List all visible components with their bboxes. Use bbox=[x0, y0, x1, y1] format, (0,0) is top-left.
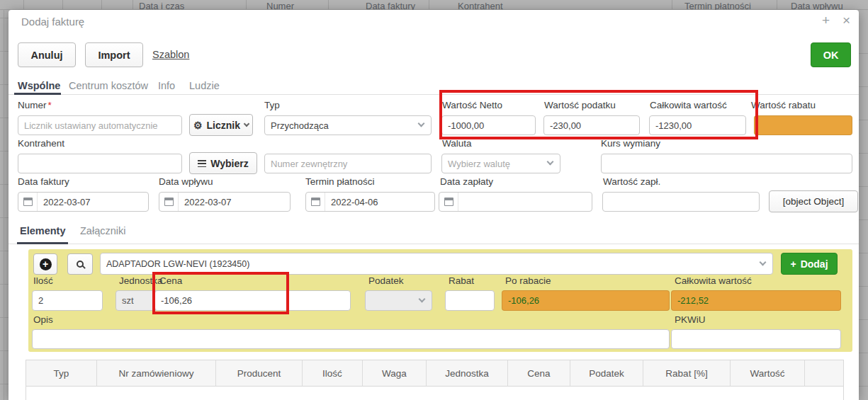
wartosc-netto-input[interactable] bbox=[441, 115, 536, 135]
gear-icon: ⚙ bbox=[193, 120, 203, 130]
divider bbox=[133, 0, 133, 10]
wartosc-podatku-input[interactable] bbox=[543, 115, 640, 135]
termin-platnosci-input[interactable] bbox=[305, 192, 435, 212]
divider bbox=[672, 0, 672, 10]
circle-plus-icon: + bbox=[40, 258, 52, 270]
cancel-button[interactable]: Anuluj bbox=[18, 42, 76, 67]
chevron-down-icon bbox=[244, 121, 249, 127]
active-tab-indicator bbox=[14, 93, 61, 95]
waluta-select[interactable]: Wybierz walutę bbox=[441, 154, 560, 173]
product-select[interactable]: ADAPTADOR LGW-NEVI (1923450) bbox=[100, 253, 773, 275]
tabs-divider bbox=[9, 94, 859, 95]
calendar-icon bbox=[18, 193, 38, 211]
data-wplywu-input[interactable] bbox=[159, 192, 291, 212]
background-right-edge bbox=[859, 10, 868, 400]
divider bbox=[429, 0, 429, 10]
column-header-cena: Cena bbox=[507, 360, 570, 386]
search-product-button[interactable] bbox=[67, 253, 93, 275]
podatek-select[interactable] bbox=[365, 290, 432, 311]
window-plus-icon[interactable]: + bbox=[822, 13, 830, 28]
tab-zalaczniki[interactable]: Załączniki bbox=[80, 225, 125, 236]
wartosc-zapl-label: Wartość zapł. bbox=[603, 176, 660, 187]
chevron-down-icon bbox=[418, 120, 425, 127]
cena-label: Cena bbox=[159, 275, 182, 286]
wartosc-rabatu-label: Wartość rabatu bbox=[751, 100, 816, 110]
calkowita-wartosc-input[interactable] bbox=[649, 115, 746, 135]
tab-centrum-kosztow[interactable]: Centrum kosztów bbox=[69, 80, 148, 91]
import-button[interactable]: Import bbox=[85, 42, 143, 67]
add-element-button[interactable]: + bbox=[33, 253, 57, 275]
termin-platnosci-label: Termin płatności bbox=[305, 176, 375, 187]
list-icon bbox=[198, 160, 206, 167]
tab-wspolne[interactable]: Wspólne bbox=[18, 80, 60, 91]
plus-icon: + bbox=[790, 258, 796, 270]
divider bbox=[777, 0, 777, 10]
kurs-wymiany-label: Kurs wymiany bbox=[601, 138, 660, 149]
typ-select[interactable]: Przychodząca bbox=[264, 115, 432, 135]
wartosc-netto-label: Wartość Netto bbox=[442, 100, 502, 110]
wartosc-rabatu-input[interactable] bbox=[754, 115, 852, 135]
ilosc-label: Ilość bbox=[33, 275, 53, 286]
opis-input[interactable] bbox=[32, 329, 670, 349]
column-header-waga: Waga bbox=[362, 360, 426, 386]
divider bbox=[101, 0, 102, 10]
template-link[interactable]: Szablon bbox=[152, 49, 189, 60]
calkowita-wartosc-label: Całkowita wartość bbox=[650, 100, 727, 110]
order-items-table: Typ Nr zamówieniowy Producent Ilość Waga… bbox=[26, 360, 844, 400]
dodaj-button-label: Dodaj bbox=[801, 258, 828, 270]
chevron-down-icon bbox=[419, 295, 426, 302]
numer-zewnetrzny-input[interactable] bbox=[264, 154, 432, 173]
wartosc-zapl-input[interactable] bbox=[602, 192, 760, 212]
kontrahent-input[interactable] bbox=[18, 154, 182, 173]
calendar-icon bbox=[306, 193, 325, 211]
wybierz-button[interactable]: Wybierz bbox=[189, 152, 257, 174]
column-header-rabat: Rabat [%] bbox=[643, 360, 730, 386]
tab-info[interactable]: Info bbox=[158, 80, 175, 91]
order-items-table-body bbox=[26, 387, 843, 400]
dialog-title: Dodaj fakturę bbox=[21, 16, 84, 28]
pkwiu-input[interactable] bbox=[671, 329, 841, 349]
chevron-down-icon bbox=[760, 258, 767, 265]
calendar-icon bbox=[439, 193, 458, 211]
typ-label: Typ bbox=[264, 100, 280, 110]
active-section-tab-indicator bbox=[17, 242, 68, 244]
podatek-label: Podatek bbox=[368, 275, 404, 286]
zaplac-wszystko-button[interactable]: [object Object] bbox=[769, 190, 858, 212]
rabat-label: Rabat bbox=[449, 275, 474, 286]
background-left-edge bbox=[0, 10, 9, 400]
tab-ludzie[interactable]: Ludzie bbox=[189, 80, 220, 91]
wybierz-button-label: Wybierz bbox=[210, 158, 248, 169]
kurs-wymiany-input[interactable] bbox=[601, 154, 852, 173]
calkowita-wartosc-item-input[interactable] bbox=[671, 290, 841, 311]
column-header-wartosc: Wartość bbox=[730, 360, 804, 386]
window-close-icon[interactable]: × bbox=[842, 13, 850, 28]
pkwiu-label: PKWiU bbox=[675, 314, 706, 325]
numer-input[interactable] bbox=[18, 115, 182, 135]
divider bbox=[62, 0, 63, 10]
data-wplywu-label: Data wpływu bbox=[159, 176, 213, 187]
add-invoice-dialog: Dodaj fakturę + × Anuluj Import Szablon … bbox=[9, 10, 859, 400]
data-zaplaty-input[interactable] bbox=[439, 192, 592, 212]
numer-label: Numer* bbox=[18, 100, 52, 110]
po-rabacie-input[interactable] bbox=[502, 290, 670, 311]
licznik-button-label: Licznik bbox=[207, 120, 240, 131]
column-header-ilosc: Ilość bbox=[302, 360, 362, 386]
invoice-elements-panel: + ADAPTADOR LGW-NEVI (1923450) + Dodaj I… bbox=[28, 249, 852, 352]
divider bbox=[328, 0, 329, 10]
wartosc-podatku-label: Wartość podatku bbox=[544, 100, 616, 110]
cena-input[interactable] bbox=[154, 290, 351, 311]
required-asterisk: * bbox=[48, 100, 52, 110]
ilosc-input[interactable] bbox=[32, 290, 103, 311]
data-faktury-input[interactable] bbox=[18, 192, 149, 212]
tab-elementy[interactable]: Elementy bbox=[20, 225, 65, 236]
waluta-label: Waluta bbox=[442, 138, 472, 149]
background-table-header: Data i czas Numer Data faktury Kontrahen… bbox=[0, 0, 868, 10]
column-header-jednostka: Jednostka bbox=[426, 360, 507, 386]
kontrahent-label: Kontrahent bbox=[18, 138, 64, 149]
licznik-button[interactable]: ⚙ Licznik bbox=[189, 114, 253, 136]
po-rabacie-label: Po rabacie bbox=[505, 275, 551, 286]
data-zaplaty-label: Data zapłaty bbox=[440, 176, 493, 187]
ok-button[interactable]: OK bbox=[811, 42, 851, 67]
rabat-input[interactable] bbox=[445, 290, 495, 311]
dodaj-button[interactable]: + Dodaj bbox=[781, 253, 838, 275]
